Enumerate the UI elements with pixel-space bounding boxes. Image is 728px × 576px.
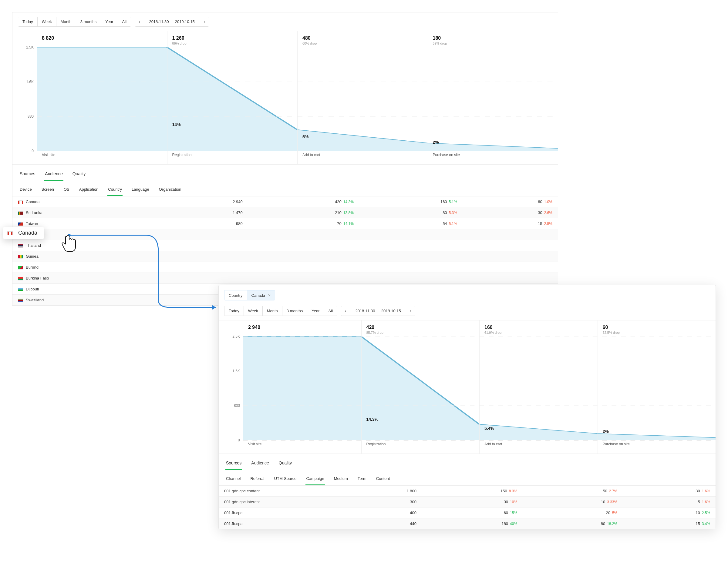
tab-sources[interactable]: Sources	[19, 168, 36, 181]
y-tick: 830	[28, 114, 34, 118]
range-segmented: TodayWeekMonth3 monthsYearAll	[224, 306, 337, 316]
subtab-content[interactable]: Content	[375, 472, 391, 485]
y-axis: 2.5K1.6K8300	[12, 31, 37, 164]
tab-audience[interactable]: Audience	[44, 168, 63, 181]
filter-chip-label: Country	[224, 291, 247, 300]
y-tick: 2.5K	[26, 45, 34, 50]
stage-value: 160	[484, 325, 593, 330]
cursor-hand-icon	[61, 233, 79, 255]
subtab-channel[interactable]: Channel	[225, 472, 241, 485]
campaign-table: 001.gdn.cpc.content1 8001508.3%502.7%301…	[219, 485, 716, 529]
subtab-medium[interactable]: Medium	[333, 472, 348, 485]
y-tick: 1.6K	[232, 369, 240, 373]
range-button-year[interactable]: Year	[307, 306, 324, 316]
table-row[interactable]: Thailand	[12, 240, 558, 251]
range-button-today[interactable]: Today	[18, 17, 37, 26]
range-button-month[interactable]: Month	[56, 17, 76, 26]
funnel-stage: 48060% drop5%Add to cart	[297, 31, 428, 164]
range-segmented: TodayWeekMonth3 monthsYearAll	[18, 17, 131, 27]
canada-flag-icon	[7, 231, 13, 235]
range-button-month[interactable]: Month	[263, 306, 282, 316]
funnel-stage: 42085.7% drop14.3%Registration	[361, 320, 480, 454]
stage-label: Purchase on site	[603, 442, 630, 446]
stage-percent: 14%	[172, 122, 181, 127]
range-button-week[interactable]: Week	[37, 17, 56, 26]
stage-percent: 5%	[302, 134, 308, 139]
stage-drop: 61.9% drop	[484, 331, 593, 335]
hover-row-label: Canada	[18, 230, 37, 236]
range-button-3-months[interactable]: 3 months	[76, 17, 101, 26]
stage-value: 420	[366, 325, 475, 330]
stage-value: 60	[603, 325, 711, 330]
subtab-device[interactable]: Device	[19, 183, 32, 196]
table-row[interactable]: Laos	[12, 229, 558, 240]
range-button-year[interactable]: Year	[101, 17, 118, 26]
table-row[interactable]: Canada2 94042014.3%1605.1%601.0%	[12, 197, 558, 207]
subtab-referral[interactable]: Referral	[250, 472, 265, 485]
range-button-today[interactable]: Today	[224, 306, 244, 316]
flag-icon	[18, 298, 23, 302]
table-row[interactable]: 001.gdn.cpc.content1 8001508.3%502.7%301…	[219, 486, 716, 496]
range-button-week[interactable]: Week	[244, 306, 263, 316]
table-row[interactable]: 001.fb.cpc4006015%205%102.5%	[219, 508, 716, 518]
subtab-os[interactable]: OS	[63, 183, 70, 196]
tab-quality[interactable]: Quality	[72, 168, 86, 181]
table-row[interactable]: Burundi	[12, 262, 558, 273]
stage-drop: 59% drop	[433, 41, 553, 45]
tab-audience[interactable]: Audience	[251, 457, 269, 470]
stage-label: Add to cart	[484, 442, 502, 446]
table-row[interactable]: Sri Lanka1 47021013.8%805.3%302.6%	[12, 207, 558, 218]
prev-range-button[interactable]: ‹	[135, 17, 143, 26]
stage-drop: 85.7% drop	[366, 331, 475, 335]
funnel-chart: 2.5K1.6K8300 2 940Visit site42085.7% dro…	[219, 320, 716, 454]
funnel-stage: 1 26086% drop14%Registration	[167, 31, 298, 164]
subtab-campaign[interactable]: Campaign	[305, 472, 325, 485]
subtab-utm-source[interactable]: UTM-Source	[274, 472, 297, 485]
subtab-language[interactable]: Language	[131, 183, 150, 196]
stage-value: 1 260	[172, 35, 293, 41]
table-row[interactable]: 001.gdn.cpc.interest3003010%103.33%51.6%	[219, 496, 716, 508]
prev-range-button[interactable]: ‹	[341, 306, 350, 316]
tab-quality[interactable]: Quality	[278, 457, 293, 470]
stage-percent: 5.4%	[484, 426, 494, 431]
next-range-button[interactable]: ›	[407, 306, 415, 316]
subtab-country[interactable]: Country	[107, 183, 122, 196]
subtab-application[interactable]: Application	[79, 183, 99, 196]
hover-row-canada[interactable]: Canada	[3, 227, 44, 239]
stage-value: 480	[302, 35, 423, 41]
remove-filter-button[interactable]: ×	[268, 293, 271, 298]
table-row[interactable]: 001.fb.cpa44018040%8018.2%153.4%	[219, 518, 716, 529]
secondary-tabs: ChannelReferralUTM-SourceCampaignMediumT…	[219, 470, 716, 485]
date-range-bar: TodayWeekMonth3 monthsYearAll ‹ 2018.11.…	[12, 12, 558, 31]
flag-icon	[18, 266, 23, 269]
date-range-label[interactable]: 2018.11.30 — 2019.10.15	[143, 17, 200, 26]
y-tick: 2.5K	[232, 335, 240, 339]
next-range-button[interactable]: ›	[200, 17, 209, 26]
stage-value: 8 820	[42, 35, 162, 41]
subtab-screen[interactable]: Screen	[41, 183, 55, 196]
table-row[interactable]: Burkina Faso	[12, 273, 558, 284]
subtab-organization[interactable]: Organization	[158, 183, 182, 196]
table-row[interactable]: Guinea	[12, 251, 558, 262]
stage-label: Purchase on site	[433, 153, 460, 157]
stage-label: Visit site	[248, 442, 261, 446]
y-tick: 0	[238, 438, 240, 442]
stage-percent: 2%	[603, 429, 609, 434]
tab-sources[interactable]: Sources	[225, 457, 242, 470]
funnel-chart: 2.5K1.6K8300 8 820Visit site1 26086% dro…	[12, 31, 558, 164]
range-button-3-months[interactable]: 3 months	[282, 306, 307, 316]
filter-chip-value: Canada	[251, 293, 265, 298]
y-tick: 0	[32, 149, 34, 153]
date-range-label[interactable]: 2018.11.30 — 2019.10.15	[350, 306, 406, 316]
subtab-term[interactable]: Term	[357, 472, 367, 485]
stage-drop: 62.5% drop	[603, 331, 711, 335]
funnel-stage: 6062.5% drop2%Purchase on site	[597, 320, 716, 454]
range-button-all[interactable]: All	[324, 306, 337, 316]
range-button-all[interactable]: All	[118, 17, 131, 26]
stage-percent: 2%	[433, 140, 439, 145]
panel-filtered: Country Canada × TodayWeekMonth3 monthsY…	[218, 285, 716, 529]
table-row[interactable]: Taiwan9807014.1%545.1%152.5%	[12, 218, 558, 229]
flag-icon	[18, 222, 23, 226]
stage-drop: 86% drop	[172, 41, 293, 45]
date-picker: ‹ 2018.11.30 — 2019.10.15 ›	[135, 17, 209, 27]
